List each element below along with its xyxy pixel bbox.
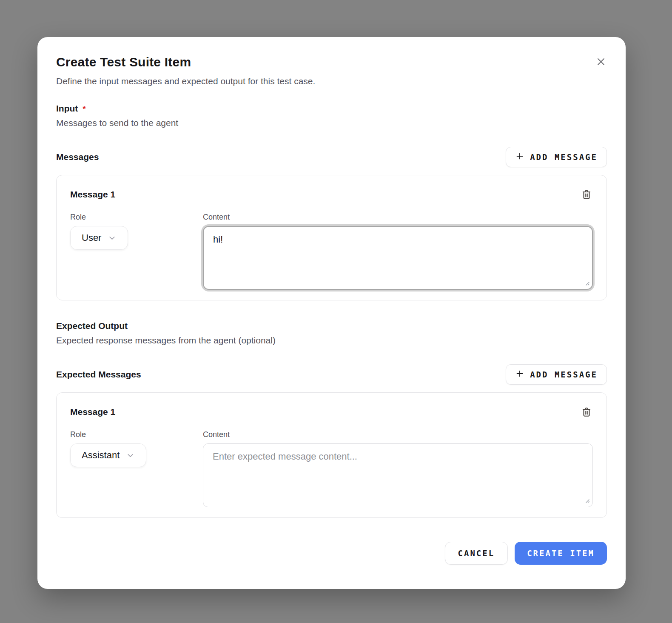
input-field-label: Input * [56,103,607,114]
chevron-down-icon [126,451,135,460]
add-message-label: ADD MESSAGE [530,370,598,379]
delete-expected-message-button[interactable] [580,406,593,418]
content-column: Content [203,430,593,507]
expected-messages-header-label: Expected Messages [56,369,141,380]
message-title: Message 1 [70,189,115,200]
message-title: Message 1 [70,407,115,417]
expected-messages-section-header: Expected Messages ADD MESSAGE [56,364,607,385]
message-card-body: Role Assistant Content [70,430,593,507]
dialog-footer: CANCEL CREATE ITEM [56,542,607,565]
input-field-description: Messages to send to the agent [56,118,607,128]
plus-icon [515,369,524,380]
input-message-content-textarea[interactable]: hi! [203,226,593,290]
cancel-button[interactable]: CANCEL [445,542,508,565]
add-expected-message-button[interactable]: ADD MESSAGE [506,364,607,385]
role-label: Role [70,430,203,439]
expected-output-label-row: Expected Output [56,321,607,331]
close-button[interactable] [593,54,609,69]
expected-output-label: Expected Output [56,321,128,331]
content-label: Content [203,430,593,439]
input-label-text: Input [56,103,78,114]
role-select-user[interactable]: User [70,226,128,250]
expected-output-description: Expected response messages from the agen… [56,335,607,346]
input-message-card: Message 1 Role User Content [56,175,607,300]
create-item-button[interactable]: CREATE ITEM [515,542,607,565]
role-select-value: Assistant [82,450,120,461]
create-test-suite-item-dialog: Create Test Suite Item Define the input … [37,37,626,589]
role-column: Role Assistant [70,430,203,467]
required-asterisk: * [83,104,85,114]
role-select-assistant[interactable]: Assistant [70,443,146,467]
trash-icon [581,195,592,201]
chevron-down-icon [108,234,117,243]
messages-header-label: Messages [56,152,99,162]
add-input-message-button[interactable]: ADD MESSAGE [506,147,607,167]
content-textarea-wrap [203,443,593,507]
content-label: Content [203,213,593,222]
role-select-value: User [82,232,101,243]
trash-icon [581,412,592,419]
messages-section-header: Messages ADD MESSAGE [56,147,607,167]
dialog-title: Create Test Suite Item [56,55,191,69]
role-label: Role [70,213,203,222]
role-column: Role User [70,213,203,250]
content-column: Content hi! [203,213,593,290]
delete-input-message-button[interactable] [580,188,593,201]
content-textarea-wrap: hi! [203,226,593,290]
expected-message-content-textarea[interactable] [203,443,593,507]
expected-message-card: Message 1 Role Assistant Content [56,392,607,518]
plus-icon [515,151,524,163]
dialog-header: Create Test Suite Item [56,55,607,69]
message-card-header: Message 1 [70,406,593,418]
dialog-subtitle: Define the input messages and expected o… [56,76,607,86]
close-icon [595,63,607,69]
add-message-label: ADD MESSAGE [530,152,598,162]
message-card-header: Message 1 [70,188,593,201]
message-card-body: Role User Content hi! [70,213,593,290]
